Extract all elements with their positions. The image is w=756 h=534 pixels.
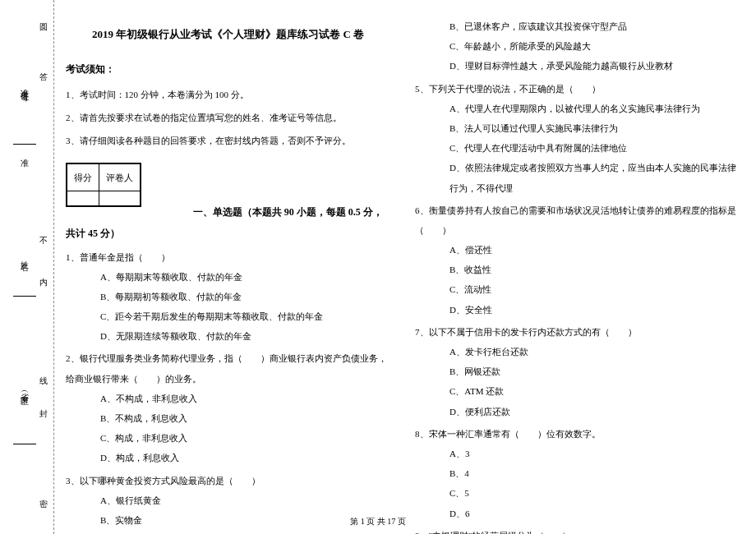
score-header: 评卷人 — [99, 163, 141, 191]
option: C、构成，非利息收入 — [100, 428, 390, 448]
option: C、5 — [449, 483, 740, 503]
option: D、构成，利息收入 — [100, 448, 390, 467]
option: D、便利店还款 — [449, 402, 740, 421]
option: B、法人可以通过代理人实施民事法律行为 — [449, 118, 740, 138]
option: B、网银还款 — [449, 361, 740, 381]
question: 5、下列关于代理的说法，不正确的是（ ） A、代理人在代理期限内，以被代理人的名… — [415, 79, 740, 198]
option: D、安全性 — [449, 300, 740, 320]
page-footer: 第 1 页 共 17 页 — [0, 516, 756, 527]
score-table: 得分 评卷人 — [66, 163, 141, 207]
binding-label: 省（市区） — [18, 386, 30, 394]
page-content: 2019 年初级银行从业考试《个人理财》题库练习试卷 C 卷 考试须知： 1、考… — [66, 16, 740, 509]
option: A、代理人在代理期限内，以被代理人的名义实施民事法律行为 — [449, 99, 740, 118]
exam-title: 2019 年初级银行从业考试《个人理财》题库练习试卷 C 卷 — [66, 23, 390, 47]
score-header: 得分 — [67, 163, 99, 191]
option: D、理财目标弹性越大，承受风险能力越高银行从业教材 — [449, 56, 740, 76]
option: A、偿还性 — [449, 240, 740, 260]
option: A、银行纸黄金 — [100, 490, 390, 510]
option: C、流动性 — [449, 279, 740, 299]
option: B、已退休客户，应该建议其投资保守型产品 — [449, 16, 740, 36]
question-text: 8、宋体一种汇率通常有（ ）位有效数字。 — [415, 424, 740, 444]
option: C、年龄越小，所能承受的风险越大 — [449, 36, 740, 56]
option: B、不构成，利息收入 — [100, 408, 390, 428]
score-cell — [67, 191, 99, 205]
question-text: 1、普通年金是指（ ） — [66, 247, 390, 267]
score-section-row: 得分 评卷人 一、单选题（本题共 90 小题，每题 0.5 分，共计 45 分） — [66, 154, 390, 245]
question: 2、银行代理服务类业务简称代理业务，指（ ）商业银行表内资产负债业务，给商业银行… — [66, 348, 390, 467]
option: C、黄金期货 — [100, 530, 390, 534]
binding-label: 密 — [37, 493, 48, 495]
fill-line — [13, 144, 36, 145]
binding-label: 准考证号 — [18, 82, 30, 89]
score-cell — [99, 191, 141, 205]
option: C、代理人在代理活动中具有附属的法律地位 — [449, 138, 740, 158]
question: 1、普通年金是指（ ） A、每期期末等额收取、付款的年金 B、每期期初等额收取、… — [66, 247, 390, 347]
question: 8、宋体一种汇率通常有（ ）位有效数字。 A、3 B、4 C、5 D、6 — [415, 424, 740, 523]
option: B、每期期初等额收取、付款的年金 — [100, 287, 390, 306]
option: A、不构成，非利息收入 — [100, 389, 390, 408]
option: A、发卡行柜台还款 — [449, 342, 740, 361]
binding-label: 圆 — [37, 16, 48, 18]
option: C、ATM 还款 — [449, 381, 740, 401]
option: C、距今若干期后发生的每期期末等额收取、付款的年金 — [100, 306, 390, 326]
fill-line — [13, 296, 36, 297]
question: 7、以下不属于信用卡的发卡行内还款方式的有（ ） A、发卡行柜台还款 B、网银还… — [415, 322, 740, 421]
notice-item: 2、请首先按要求在试卷的指定位置填写您的姓名、准考证号等信息。 — [66, 108, 390, 127]
option: A、每期期末等额收取、付款的年金 — [100, 267, 390, 287]
fill-line — [13, 444, 36, 444]
binding-label: 姓名 — [18, 255, 30, 258]
notice-item: 1、考试时间：120 分钟，本卷满分为 100 分。 — [66, 85, 390, 104]
option: D、无限期连续等额收取、付款的年金 — [100, 326, 390, 346]
question-text: 6、衡量债券持有人按自己的需要和市场状况灵活地转让债券的难易程度的指标是（ ） — [415, 200, 740, 240]
binding-label: 不 — [37, 230, 48, 232]
question-text: 3、以下哪种黄金投资方式风险最高的是（ ） — [66, 471, 390, 490]
question-text: 2、银行代理服务类业务简称代理业务，指（ ）商业银行表内资产负债业务，给商业银行… — [66, 348, 390, 388]
option: A、3 — [449, 444, 740, 463]
question: 6、衡量债券持有人按自己的需要和市场状况灵活地转让债券的难易程度的指标是（ ） … — [415, 200, 740, 320]
binding-label: 准 — [18, 152, 30, 154]
right-column: B、已退休客户，应该建议其投资保守型产品 C、年龄越小，所能承受的风险越大 D、… — [415, 16, 740, 509]
dashed-line — [53, 0, 54, 534]
binding-margin: 圆 答 准考证号 准 不 姓名 内 线 省（市区） 封 密 — [8, 0, 58, 534]
binding-label: 线 — [37, 370, 48, 371]
option: B、4 — [449, 463, 740, 483]
section-heading: 一、单选题（本题共 90 小题，每题 0.5 分，共计 45 分） — [66, 206, 383, 239]
question-text: 5、下列关于代理的说法，不正确的是（ ） — [415, 79, 740, 99]
notice-heading: 考试须知： — [66, 58, 390, 80]
binding-label: 封 — [37, 403, 48, 404]
notice-item: 3、请仔细阅读各种题目的回答要求，在密封线内答题，否则不予评分。 — [66, 131, 390, 150]
option: B、收益性 — [449, 260, 740, 279]
left-column: 2019 年初级银行从业考试《个人理财》题库练习试卷 C 卷 考试须知： 1、考… — [66, 16, 390, 509]
binding-label: 答 — [37, 66, 48, 67]
question-text: 7、以下不属于信用卡的发卡行内还款方式的有（ ） — [415, 322, 740, 342]
binding-label: 内 — [37, 271, 48, 273]
option: D、依照法律规定或者按照双方当事人约定，应当由本人实施的民事法律行为，不得代理 — [449, 158, 740, 197]
